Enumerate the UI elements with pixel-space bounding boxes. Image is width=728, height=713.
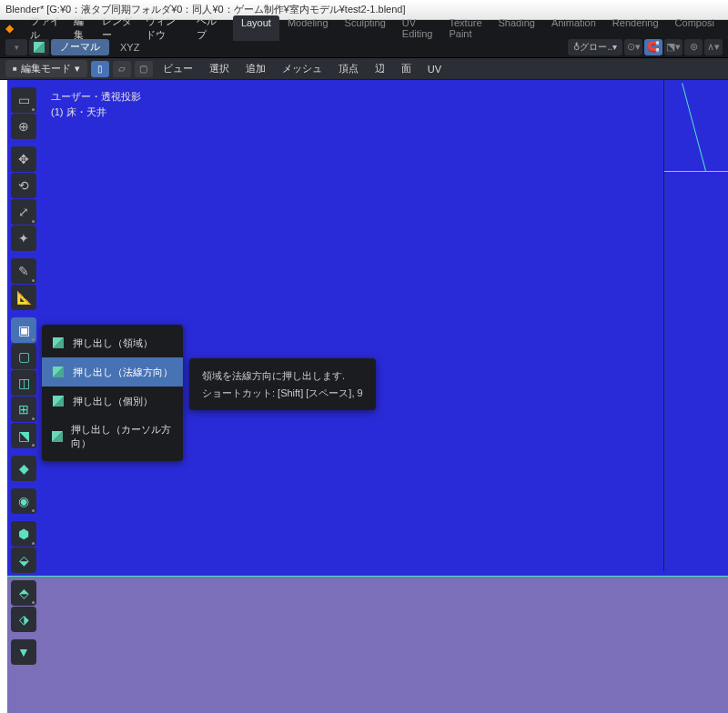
cube-icon	[51, 336, 66, 350]
tab-compositing[interactable]: Composi	[667, 15, 723, 41]
tool-smooth[interactable]: ⬢	[11, 521, 36, 547]
viewport-edge	[664, 171, 728, 172]
scene-dropdown-icon[interactable]: ▾	[5, 39, 27, 55]
tool-shrink[interactable]: ⬘	[11, 580, 36, 606]
tab-layout[interactable]: Layout	[233, 15, 279, 41]
blender-logo-icon: ◆	[5, 22, 14, 35]
extrude-cursor[interactable]: 押し出し（カーソル方向）	[42, 416, 183, 457]
tab-animation[interactable]: Animation	[543, 15, 604, 41]
tool-polybuild[interactable]: ◆	[11, 456, 36, 481]
menu-window[interactable]: ウィンドウ	[146, 15, 184, 42]
extrude-cursor-label: 押し出し（カーソル方向）	[71, 423, 174, 450]
orientation-dropdown[interactable]: ♁ グロー.. ▾	[568, 39, 622, 55]
cube-icon	[51, 394, 66, 408]
tool-scale[interactable]: ⤢	[11, 199, 36, 225]
extrude-normals[interactable]: 押し出し（法線方向）	[42, 357, 183, 387]
top-menubar: ◆ ファイル 編集 レンダー ウィンドウ ヘルプ Layout Modeling…	[0, 20, 728, 36]
tool-inset[interactable]: ▢	[11, 344, 36, 369]
tool-knife[interactable]: ⬔	[11, 423, 36, 448]
mode-tab-normal[interactable]: ノーマル	[51, 39, 109, 55]
proportional-dropdown[interactable]: ∧▾	[704, 39, 723, 55]
tool-transform[interactable]: ✦	[11, 226, 36, 251]
tab-sculpting[interactable]: Sculpting	[337, 15, 394, 41]
header-face[interactable]: 面	[395, 62, 418, 75]
snap-dropdown[interactable]: ⬔▾	[664, 39, 682, 55]
tool-spin[interactable]: ◉	[11, 488, 36, 514]
header-view[interactable]: ビュー	[157, 62, 199, 75]
header-edge[interactable]: 辺	[369, 62, 391, 75]
tool-toolbar: ▭ ⊕ ✥ ⟲ ⤢ ✦ ✎ 📐 ▣ ▢ ◫ ⊞ ⬔ ◆ ◉ ⬢ ⬙ ⬘ ⬗ ▼	[11, 87, 38, 665]
header-mesh[interactable]: メッシュ	[276, 62, 329, 75]
tool-annotate[interactable]: ✎	[11, 258, 36, 284]
viewport-floor-plane	[7, 577, 728, 713]
select-face-icon[interactable]: ▢	[135, 61, 153, 77]
scene-cube-icon[interactable]	[29, 39, 49, 55]
extrude-flyout-menu: 押し出し（領域） 押し出し（法線方向） 押し出し（個別） 押し出し（カーソル方向…	[42, 325, 183, 461]
viewport-header: 編集モード ▾ ▯ ▱ ▢ ビュー 選択 追加 メッシュ 頂点 辺 面 UV	[0, 58, 728, 80]
pivot-dropdown[interactable]: ⊙▾	[624, 39, 642, 55]
tool-select-box[interactable]: ▭	[11, 87, 36, 113]
tooltip-shortcut: ショートカット: [Shift] [スペース], 9	[202, 385, 363, 402]
tool-extrude[interactable]: ▣	[11, 317, 36, 343]
tool-bevel[interactable]: ◫	[11, 370, 36, 396]
tooltip-description: 領域を法線方向に押し出します.	[202, 367, 363, 385]
header-vertex[interactable]: 頂点	[332, 62, 365, 75]
tab-modeling[interactable]: Modeling	[279, 15, 337, 41]
viewport-edge	[682, 83, 706, 171]
tooltip: 領域を法線方向に押し出します. ショートカット: [Shift] [スペース],…	[189, 358, 376, 410]
snap-toggle[interactable]: 🧲	[644, 39, 662, 55]
tool-move[interactable]: ✥	[11, 146, 36, 172]
viewport-edge	[7, 576, 728, 577]
extrude-region[interactable]: 押し出し（領域）	[42, 328, 183, 357]
tool-cursor[interactable]: ⊕	[11, 114, 36, 139]
menu-render[interactable]: レンダー	[102, 15, 133, 42]
tool-shear[interactable]: ⬗	[11, 607, 36, 632]
tool-loopcut[interactable]: ⊞	[11, 397, 36, 422]
extrude-normals-label: 押し出し（法線方向）	[73, 366, 173, 379]
header-uv[interactable]: UV	[421, 64, 448, 75]
cube-icon	[51, 429, 64, 444]
header-add[interactable]: 追加	[239, 62, 272, 75]
mode-dropdown[interactable]: 編集モード ▾	[5, 60, 87, 77]
projection-label: ユーザー・透視投影	[51, 89, 141, 105]
tool-rip[interactable]: ▼	[11, 639, 36, 665]
tool-measure[interactable]: 📐	[11, 285, 36, 310]
menu-file[interactable]: ファイル	[30, 15, 61, 42]
proportional-toggle[interactable]: ⊚	[684, 39, 703, 55]
workspace-tabs: Layout Modeling Sculpting UV Editing Tex…	[233, 15, 723, 41]
select-edge-icon[interactable]: ▱	[113, 61, 131, 77]
cube-icon	[51, 365, 66, 379]
mode-tab-xyz[interactable]: XYZ	[111, 40, 148, 55]
extrude-individual-label: 押し出し（個別）	[73, 395, 153, 408]
viewport-overlay-text: ユーザー・透視投影 (1) 床・天井	[51, 89, 141, 119]
tab-rendering[interactable]: Rendering	[604, 15, 667, 41]
tab-texture-paint[interactable]: Texture Paint	[440, 15, 490, 41]
extrude-region-label: 押し出し（領域）	[73, 336, 153, 350]
menu-help[interactable]: ヘルプ	[197, 15, 219, 42]
tab-uv-editing[interactable]: UV Editing	[394, 15, 441, 41]
header-select[interactable]: 選択	[203, 62, 236, 75]
tool-edge-slide[interactable]: ⬙	[11, 547, 36, 573]
menu-edit[interactable]: 編集	[74, 15, 89, 42]
tool-rotate[interactable]: ⟲	[11, 173, 36, 198]
tab-shading[interactable]: Shading	[490, 15, 543, 41]
object-label: (1) 床・天井	[51, 105, 141, 120]
extrude-individual[interactable]: 押し出し（個別）	[42, 387, 183, 416]
viewport-edge	[663, 80, 664, 571]
select-vertex-icon[interactable]: ▯	[91, 61, 109, 77]
